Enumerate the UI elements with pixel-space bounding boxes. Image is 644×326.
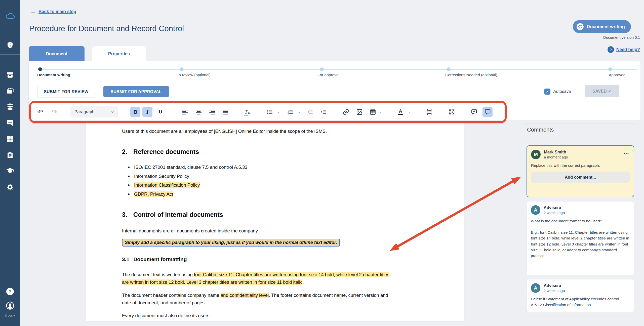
comment-text: Delete if Statement of Applicability exc… xyxy=(531,296,630,308)
italic-button[interactable]: I xyxy=(142,107,152,117)
avatar: M xyxy=(531,150,541,159)
paragraph-style-select[interactable]: Paragraph xyxy=(70,106,118,117)
tab-properties[interactable]: Properties xyxy=(92,46,146,61)
clear-formatting-button[interactable]: Tx xyxy=(242,107,252,117)
heading-document-formatting: 3.1Document formatting xyxy=(122,256,187,262)
comment-author: Advisera xyxy=(544,205,565,210)
outdent-button[interactable] xyxy=(305,107,315,117)
stepper-track xyxy=(40,69,637,70)
chat-icon[interactable] xyxy=(5,118,15,128)
step-dot-for-approval xyxy=(320,67,324,71)
paragraph-style-value: Paragraph xyxy=(74,109,94,114)
comment-menu-icon[interactable]: ••• xyxy=(624,151,629,155)
paragraph-document-format: The document text is written using font … xyxy=(122,271,394,286)
page-title: Procedure for Document and Record Contro… xyxy=(29,24,184,33)
bullet-list-chevron-icon[interactable] xyxy=(276,110,281,114)
status-badge-label: Document writing xyxy=(587,24,625,29)
saved-button[interactable]: SAVED ✓ xyxy=(585,85,619,97)
need-help-link[interactable]: ? Need help? xyxy=(608,46,640,53)
autosave-label: Autosave xyxy=(553,89,571,94)
svg-text:3: 3 xyxy=(288,113,289,115)
comment-card-mark-smith[interactable]: M Mark Smith a moment ago ••• Replace th… xyxy=(527,145,634,197)
align-center-button[interactable] xyxy=(194,107,204,117)
help-icon[interactable]: ? xyxy=(5,287,15,297)
comment-author: Mark Smith xyxy=(544,149,568,155)
step-label-in-review: In review (optional) xyxy=(178,73,211,77)
app-logo-cloud-icon[interactable] xyxy=(5,11,15,21)
reference-documents-list: ISO/IEC 27001 standard, clause 7.5 and c… xyxy=(122,164,394,199)
comment-timestamp: 2 weeks ago xyxy=(544,210,565,215)
step-label-for-approval: For approval xyxy=(317,73,339,77)
add-comment-button-toolbar[interactable] xyxy=(469,107,479,117)
sync-icon xyxy=(576,23,584,30)
status-badge: Document writing xyxy=(573,20,631,33)
comment-card-advisera-1[interactable]: A Advisera 2 weeks ago What is the docum… xyxy=(527,201,634,276)
avatar: A xyxy=(531,205,540,215)
database-icon[interactable] xyxy=(5,102,15,112)
comment-text: What is the document format to be used? xyxy=(531,218,630,224)
clipboard-icon[interactable] xyxy=(5,150,15,160)
paragraph-internal-documents: Internal documents are all documents cre… xyxy=(122,227,394,235)
align-left-button[interactable] xyxy=(180,107,190,117)
question-mark-icon: ? xyxy=(608,46,614,53)
security-shield-icon[interactable] xyxy=(5,40,15,50)
insert-link-button[interactable] xyxy=(341,107,351,117)
app: { "icons": { "back_arrow": "←", "questio… xyxy=(0,0,644,326)
paragraph-every-document: Every document must also define its user… xyxy=(122,312,394,319)
folders-icon[interactable] xyxy=(5,86,15,96)
insert-table-button[interactable] xyxy=(368,107,378,117)
comment-timestamp: 2 weeks ago xyxy=(544,288,565,293)
comment-card-advisera-2[interactable]: A Advisera 2 weeks ago Delete if Stateme… xyxy=(527,279,634,312)
back-arrow-icon: ← xyxy=(30,9,36,15)
comment-text: E.g., font Calibri, size 11. Chapter tit… xyxy=(531,229,630,259)
bold-button[interactable]: B xyxy=(130,107,140,117)
font-color-chevron-icon[interactable] xyxy=(407,110,412,114)
dashboard-grid-icon[interactable] xyxy=(5,134,15,144)
bullet-list-button[interactable] xyxy=(265,107,275,117)
need-help-label: Need help? xyxy=(616,47,640,52)
fullscreen-button[interactable] xyxy=(447,107,457,117)
comment-timestamp: a moment ago xyxy=(544,155,568,160)
archive-icon[interactable] xyxy=(5,70,15,80)
step-dot-document-writing xyxy=(38,67,42,71)
submit-for-review-button[interactable]: SUBMIT FOR REVIEW xyxy=(37,86,95,97)
paragraph-users: Users of this document are all employees… xyxy=(122,128,394,135)
comment-text: Replace this with the correct paragraph. xyxy=(531,162,630,168)
undo-button[interactable]: ↶ xyxy=(35,107,45,117)
insert-image-button[interactable] xyxy=(354,107,365,117)
comments-panel: Comments M Mark Smith a moment ago ••• R… xyxy=(523,123,638,315)
underline-button[interactable]: U xyxy=(155,107,166,117)
copyright: © 2025 xyxy=(0,314,20,318)
document-page[interactable]: Users of this document are all employees… xyxy=(86,121,464,321)
commented-sentence[interactable]: Simply add a specific paragraph to your … xyxy=(122,239,340,247)
account-icon[interactable] xyxy=(5,301,15,311)
step-dot-approved xyxy=(608,67,612,71)
list-item: GDPR, Privacy Act xyxy=(122,191,394,197)
graduation-cap-icon[interactable] xyxy=(5,166,15,176)
submit-for-approval-button[interactable]: SUBMIT FOR APPROVAL xyxy=(103,86,169,97)
settings-gear-icon[interactable] xyxy=(5,182,15,192)
heading-reference-documents: 2.Reference documents xyxy=(122,148,199,155)
font-color-button[interactable]: A xyxy=(395,107,406,117)
back-to-main-step-link[interactable]: ← Back to main step xyxy=(30,9,76,15)
heading-control-internal-documents: 3.Control of internal documents xyxy=(122,211,223,218)
add-comment-input[interactable]: Add comment... xyxy=(531,172,630,183)
align-right-button[interactable] xyxy=(207,107,217,117)
sidebar-divider xyxy=(0,276,20,276)
avatar: A xyxy=(531,283,540,293)
sidebar-divider xyxy=(0,54,20,55)
align-justify-button[interactable] xyxy=(220,107,230,117)
show-comments-button[interactable] xyxy=(482,107,493,117)
sidebar: ? © 2025 xyxy=(0,0,20,326)
step-label-corrections: Corrections Needed (optional) xyxy=(445,73,497,77)
numbered-list-chevron-icon[interactable] xyxy=(297,110,301,114)
list-item: ISO/IEC 27001 standard, clause 7.5 and c… xyxy=(122,164,394,171)
list-item: Information Security Policy xyxy=(122,173,394,180)
tab-document[interactable]: Document xyxy=(29,46,85,61)
numbered-list-button[interactable]: 123 xyxy=(285,107,295,117)
page-break-button[interactable] xyxy=(424,107,434,117)
autosave-checkbox[interactable]: ✓ xyxy=(544,89,550,95)
table-chevron-icon[interactable] xyxy=(378,110,383,114)
redo-button[interactable]: ↷ xyxy=(50,107,60,117)
indent-button[interactable] xyxy=(318,107,329,117)
